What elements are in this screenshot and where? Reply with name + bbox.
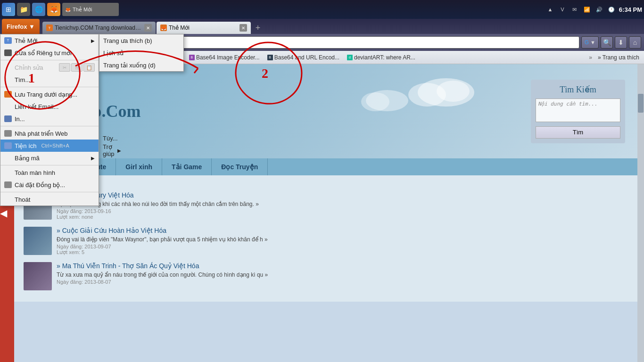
article-3-desc: Từ xa xưa ma quỷ ẩn náu trong thế giới c…	[57, 272, 635, 278]
article-1-desc: Tại cực bắc trong khi các nhà leo núi le…	[57, 201, 635, 207]
submenu-label-tai-xuong: Trang tải xuống (d)	[103, 62, 156, 69]
menu-label-chinh-sua: Chỉnh sửa	[15, 64, 43, 71]
taskbar-right: ▲ V ✉ 📶 🔊 🕐 6:34 PM	[545, 5, 642, 14]
menu-item-nha-phat-trien[interactable]: Nhà phát triển Web	[0, 127, 99, 140]
start-button[interactable]: ⊞	[2, 3, 15, 16]
sidebar-arrow[interactable]: ◀	[0, 207, 7, 219]
tab-2-close[interactable]: ✕	[239, 24, 247, 32]
tienich-subitem-tuy[interactable]: Tùy...	[99, 132, 125, 144]
divider-1	[0, 60, 99, 60]
menu-item-toan-man-hinh[interactable]: Toàn màn hình	[0, 166, 99, 179]
article-3-date: Ngày đăng: 2013-08-07	[57, 279, 635, 285]
taskbar: ⊞ 📁 🌐 🦊 🦊 Thẻ Mới ▲ V ✉ 📶 🔊 🕐 6:34 PM	[0, 0, 644, 19]
bookmark-5[interactable]: B Base64 and URL Encod...	[265, 53, 341, 62]
submenu-item-tai-xuong[interactable]: Trang tải xuống (d)	[99, 59, 183, 71]
menu-label-thoat: Thoát	[15, 196, 30, 203]
bookmark-5-favicon: B	[267, 55, 273, 60]
tro-giup-arrow: ▶	[117, 148, 121, 153]
divider-2	[0, 87, 99, 87]
menu-label-toan-man-hinh: Toàn màn hình	[15, 169, 55, 176]
search-engine-btn[interactable]: G ▼	[581, 36, 599, 49]
taskbar-icon-2[interactable]: 🌐	[32, 3, 45, 16]
edit-controls: ✂ ⎘ 📋	[59, 63, 95, 72]
firefox-menu-button[interactable]: Firefox ▼	[2, 19, 40, 34]
menu-item-chinh-sua: Chỉnh sửa ✂ ⎘ 📋	[0, 61, 99, 74]
tienich-label-tro-giup: Trợ giúp	[103, 143, 115, 157]
menu-label-cai-dat: Cài đặt Đồng bộ...	[15, 181, 65, 189]
tab-2-favicon: 🦊	[160, 25, 167, 31]
menu-item-cai-dat[interactable]: Cài đặt Đồng bộ...	[0, 179, 99, 191]
website: TienIchVp.Com Tìm Kiếm Nội dung cần tìm.…	[14, 64, 644, 362]
menu-label-cua-so: Cửa sổ Riêng tư mới	[15, 49, 72, 57]
active-window-tab[interactable]: 🦊 Thẻ Mới	[62, 3, 119, 16]
article-1-title[interactable]: » Anh Hùng Fury Việt Hóa	[57, 191, 635, 199]
article-2-views: Lượt xem: 5	[57, 249, 635, 255]
firefox-taskbar[interactable]: 🦊	[47, 3, 60, 16]
search-go-button[interactable]: 🔍	[601, 36, 613, 49]
scrollbar[interactable]	[637, 64, 644, 362]
menu-label-bang-ma: Bảng mã	[15, 155, 40, 162]
submenu-arrow-the-moi: ▶	[91, 38, 95, 43]
network-icon: 📶	[582, 5, 592, 14]
download-button[interactable]: ⬇	[615, 36, 627, 49]
time-display: 6:34 PM	[619, 6, 642, 13]
taskbar-icons: ⊞ 📁 🌐 🦊 🦊 Thẻ Mới	[2, 3, 119, 16]
clock-icon: 🕐	[607, 5, 616, 14]
tab-1-close[interactable]: ✕	[144, 24, 152, 32]
save-icon	[4, 91, 12, 98]
new-tab-button[interactable]: +	[252, 22, 264, 34]
menu-item-tim[interactable]: Tìm...	[0, 74, 99, 86]
search-title: Tìm Kiếm	[536, 84, 620, 95]
submenu-label-trang-ua-thich: Trang ưa thích (b)	[103, 37, 152, 44]
submenu-item-trang-ua-thich[interactable]: Trang ưa thích (b)	[99, 34, 183, 47]
bookmark-7-label: » Trang ưa thích	[598, 54, 639, 61]
firefox-dropdown: T Thẻ Mới ▶ Cửa sổ Riêng tư mới Chỉnh sử…	[0, 34, 99, 206]
article-3-title[interactable]: » Ma Thú Viễn Trinh - Thợ Săn Ác Quỷ Việ…	[57, 262, 635, 270]
nav-tai-game[interactable]: Tải Game	[162, 158, 212, 175]
bookmark-7[interactable]: » Trang ưa thích	[596, 53, 641, 62]
menu-item-bang-ma[interactable]: Bảng mã ▶	[0, 152, 99, 164]
tab-1-favicon: T	[46, 25, 53, 31]
bookmark-4-favicon: B	[189, 55, 195, 60]
menu-label-in: In...	[15, 115, 25, 123]
menu-item-thoat[interactable]: Thoát	[0, 193, 99, 206]
cloud-1	[408, 74, 493, 111]
tab-1[interactable]: T Tienichvp.COM Trang download tốn... ✕	[42, 22, 156, 34]
tab-2[interactable]: 🦊 Thẻ Mới ✕	[157, 22, 251, 34]
tab-submenu: Trang ưa thích (b) Lịch sử Trang tải xuố…	[99, 34, 184, 72]
menu-label-tien-ich: Tiện ích	[15, 142, 37, 149]
menu-item-in[interactable]: In...	[0, 113, 99, 125]
tienich-subitems: Tùy... Trợ giúp ▶	[99, 132, 125, 156]
print-icon	[4, 115, 12, 122]
menu-label-nha-phat-trien: Nhà phát triển Web	[15, 130, 68, 137]
bookmark-6-label: deviantART: where AR...	[354, 54, 415, 61]
taskbar-icon-1[interactable]: 📁	[17, 3, 30, 16]
bookmarks-overflow[interactable]: »	[589, 54, 592, 61]
search-engine-icon: G	[585, 39, 589, 46]
submenu-label-lich-su: Lịch sử	[103, 49, 124, 57]
divider-3	[0, 126, 99, 126]
menu-item-cua-so-rieng-tu[interactable]: Cửa sổ Riêng tư mới	[0, 47, 99, 59]
bookmark-4[interactable]: B Base64 Image Encoder...	[187, 53, 262, 62]
menu-item-the-moi[interactable]: T Thẻ Mới ▶	[0, 34, 99, 47]
nav-doc-truyen[interactable]: Đọc Truyện	[212, 158, 268, 175]
scroll-thumb[interactable]	[638, 94, 644, 113]
search-input[interactable]: Nội dung cần tìm...	[536, 99, 620, 122]
tab-2-title: Thẻ Mới	[169, 25, 238, 31]
menu-item-tien-ich[interactable]: Tiện ích Ctrl+Shift+A	[0, 140, 99, 152]
sync-icon	[4, 181, 12, 188]
home-page-button[interactable]: ⌂	[629, 36, 641, 49]
divider-4	[0, 165, 99, 165]
article-2-title[interactable]: » Cuộc Giải Cứu Hoàn Hảo Việt Hóa	[57, 227, 635, 234]
tienich-subitem-tro-giup[interactable]: Trợ giúp ▶	[99, 144, 125, 156]
section-title: Game Offline	[24, 180, 635, 188]
nav-girl-xinh[interactable]: Girl xinh	[116, 158, 162, 175]
article-2-content: » Cuộc Giải Cứu Hoàn Hảo Việt Hóa Đóng v…	[57, 227, 635, 255]
bookmark-6[interactable]: d deviantART: where AR...	[345, 53, 417, 62]
submenu-item-lich-su[interactable]: Lịch sử	[99, 47, 183, 59]
mail-icon: ✉	[570, 5, 579, 14]
menu-item-luu-trang[interactable]: Lưu Trang dưới dạng...	[0, 88, 99, 100]
menu-label-the-moi: Thẻ Mới	[15, 37, 38, 44]
search-button[interactable]: Tìm	[536, 126, 620, 139]
menu-item-lien-ket[interactable]: Liên kết Email...	[0, 100, 99, 113]
